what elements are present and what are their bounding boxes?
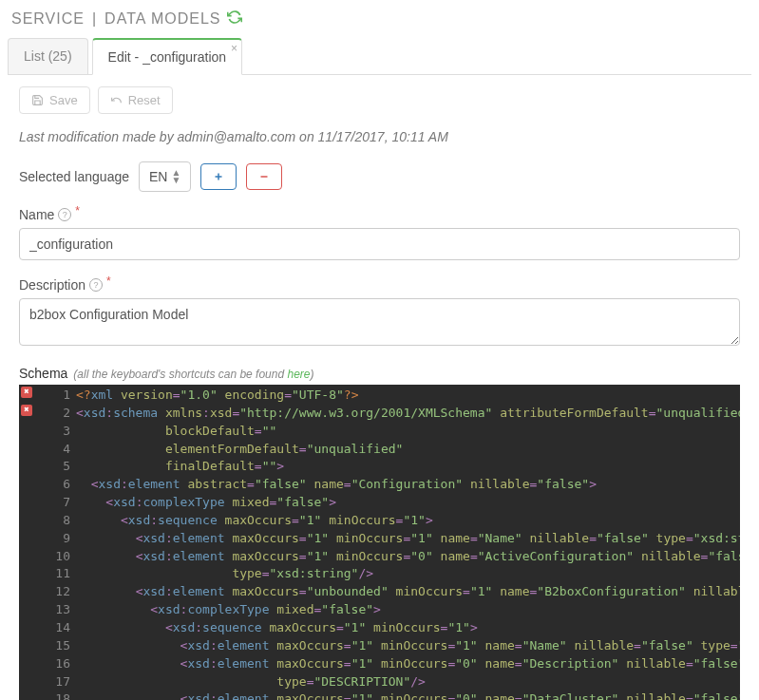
tab-list[interactable]: List (25) [8,38,88,74]
schema-header: Schema (all the keyboard's shortcuts can… [19,366,740,381]
error-icon[interactable]: ✖ [21,387,32,398]
plus-icon [213,171,224,182]
header-section: DATA MODELS [104,10,220,28]
required-indicator: * [75,204,80,218]
schema-hint: (all the keyboard's shortcuts can be fou… [73,368,313,381]
reset-button[interactable]: Reset [98,86,173,114]
schema-editor[interactable]: ✖1 ✖2 3 4 5 6 7 8 9 10 11 12 13 14 15 16… [19,385,740,700]
undo-icon [110,94,123,106]
header-divider: | [92,10,97,28]
close-icon[interactable]: × [231,42,237,55]
page-header: SERVICE | DATA MODELS [0,0,759,38]
tab-edit[interactable]: Edit - _configuration × [92,38,243,75]
language-select[interactable]: EN ▲▼ [139,161,191,192]
last-modification: Last modification made by admin@amalto.c… [19,129,740,144]
tabs: List (25) Edit - _configuration × [8,38,751,75]
description-group: Description ? * b2box Configuration Mode… [19,277,740,349]
schema-label: Schema [19,366,67,381]
remove-language-button[interactable] [246,163,282,190]
shortcuts-link[interactable]: here [287,368,310,381]
name-group: Name ? * [19,207,740,260]
toolbar: Save Reset [19,86,740,114]
add-language-button[interactable] [200,163,237,190]
header-service: SERVICE [11,10,85,28]
description-input[interactable]: b2box Configuration Model [19,298,740,346]
save-button[interactable]: Save [19,86,90,114]
language-label: Selected language [19,169,129,184]
minus-icon [258,171,270,182]
error-icon[interactable]: ✖ [21,405,32,416]
help-icon[interactable]: ? [58,208,71,221]
help-icon[interactable]: ? [89,278,103,292]
refresh-icon[interactable] [227,9,242,28]
language-row: Selected language EN ▲▼ [19,161,740,192]
name-label: Name [19,207,54,222]
name-input[interactable] [19,228,740,260]
caret-icon: ▲▼ [171,169,180,184]
save-icon [31,94,44,106]
required-indicator: * [106,274,111,288]
description-label: Description [19,277,85,293]
tab-content: Save Reset Last modification made by adm… [0,75,759,700]
